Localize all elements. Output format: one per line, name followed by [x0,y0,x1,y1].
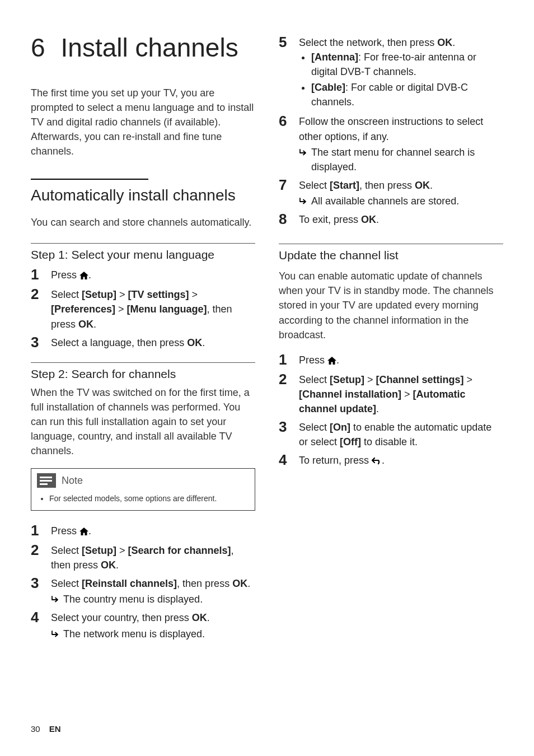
step-number: 4 [31,609,51,626]
step-body: Select your country, then press OK.The n… [51,609,255,641]
list-item: 3Select a language, then press OK. [31,334,255,351]
chapter-number: 6 [31,33,45,62]
result-arrow-icon [299,198,308,206]
step-number: 1 [279,351,299,368]
list-item: 1Press . [279,351,503,368]
list-item: 3Select [On] to enable the automatic upd… [279,418,503,449]
list-item: 7Select [Start], then press OK.All avail… [279,176,503,208]
step-body: Select [Setup] > [Search for channels], … [51,542,255,572]
subsection-rule [31,243,255,244]
step-number: 2 [31,286,51,303]
home-icon [79,528,88,535]
step-number: 2 [31,542,51,559]
footer-lang: EN [49,724,61,734]
step-number: 5 [279,34,299,51]
auto-install-intro: You can search and store channels automa… [31,215,255,230]
update-intro: You can enable automatic update of chann… [279,269,503,342]
sub-bullet-list: [Antenna]: For free-to-air antenna or di… [299,50,503,109]
step-body: Press . [51,266,255,282]
note-box: Note For selected models, some options a… [31,468,255,511]
step2-list-a: 1Press .2Select [Setup] > [Search for ch… [31,522,255,641]
auto-install-heading: Automatically install channels [31,185,255,205]
step-body: Select [Reinstall channels], then press … [51,575,255,606]
left-column: 6Install channels The first time you set… [31,34,255,643]
step2-list-b: 5Select the network, then press OK.[Ante… [279,34,503,228]
step-body: Select a language, then press OK. [51,334,255,350]
list-item: 2Select [Setup] > [Search for channels],… [31,542,255,572]
step-body: Select [Start], then press OK.All availa… [299,176,503,208]
result-line: The start menu for channel search is dis… [299,145,503,174]
chapter-title: 6Install channels [31,34,255,62]
back-icon [372,457,382,465]
step-number: 3 [279,418,299,436]
list-item: 4To return, press . [279,451,503,469]
home-icon [79,272,88,279]
step1-list: 1Press .2Select [Setup] > [TV settings] … [31,266,255,351]
step-number: 4 [279,451,299,469]
step-body: Press . [299,351,503,367]
step-number: 1 [31,522,51,539]
step-body: Press . [51,522,255,538]
svg-rect-3 [40,483,48,485]
sub-bullet-item: [Antenna]: For free-to-air antenna or di… [311,50,503,79]
update-heading: Update the channel list [279,249,503,262]
result-line: The country menu is displayed. [51,592,255,606]
step1-heading: Step 1: Select your menu language [31,248,255,262]
step-body: Select the network, then press OK.[Anten… [299,34,503,110]
step-body: Select [Setup] > [Channel settings] > [C… [299,371,503,416]
list-item: 3Select [Reinstall channels], then press… [31,575,255,606]
list-item: 5Select the network, then press OK.[Ante… [279,34,503,110]
subsection-rule [31,362,255,363]
result-arrow-icon [51,596,60,604]
step-body: Select [Setup] > [TV settings] > [Prefer… [51,286,255,331]
step-number: 3 [31,575,51,592]
note-body: For selected models, some options are di… [31,491,255,510]
note-icon [37,473,56,488]
step-body: Select [On] to enable the automatic upda… [299,418,503,449]
section-rule [31,179,148,180]
step-body: To exit, press OK. [299,211,503,227]
list-item: 1Press . [31,266,255,283]
update-list: 1Press .2Select [Setup] > [Channel setti… [279,351,503,469]
step-number: 7 [279,176,299,194]
result-arrow-icon [51,631,60,638]
sub-bullet-item: [Cable]: For cable or digital DVB-C chan… [311,80,503,109]
svg-rect-2 [40,480,52,482]
list-item: 1Press . [31,522,255,539]
result-line: All available channels are stored. [299,194,503,208]
step-number: 8 [279,211,299,228]
page-number: 30 [31,724,40,734]
list-item: 8To exit, press OK. [279,211,503,228]
note-item: For selected models, some options are di… [49,493,249,505]
step2-intro: When the TV was switched on for the firs… [31,385,255,458]
result-arrow-icon [299,149,308,157]
list-item: 4Select your country, then press OK.The … [31,609,255,641]
step-number: 6 [279,113,299,130]
home-icon [327,357,336,365]
step-number: 3 [31,334,51,351]
list-item: 2Select [Setup] > [TV settings] > [Prefe… [31,286,255,331]
note-title: Note [62,475,83,487]
result-line: The network menu is displayed. [51,627,255,641]
list-item: 2Select [Setup] > [Channel settings] > [… [279,371,503,416]
right-column: 5Select the network, then press OK.[Ante… [279,34,503,643]
step-number: 1 [31,266,51,283]
chapter-intro: The first time you set up your TV, you a… [31,86,255,158]
step2-heading: Step 2: Search for channels [31,367,255,381]
chapter-title-text: Install channels [61,33,238,62]
svg-rect-1 [40,477,52,478]
step-body: Follow the onscreen instructions to sele… [299,113,503,174]
list-item: 6Follow the onscreen instructions to sel… [279,113,503,174]
step-number: 2 [279,371,299,388]
step-body: To return, press . [299,451,503,468]
page-footer: 30EN [31,724,61,734]
subsection-rule [279,244,503,244]
